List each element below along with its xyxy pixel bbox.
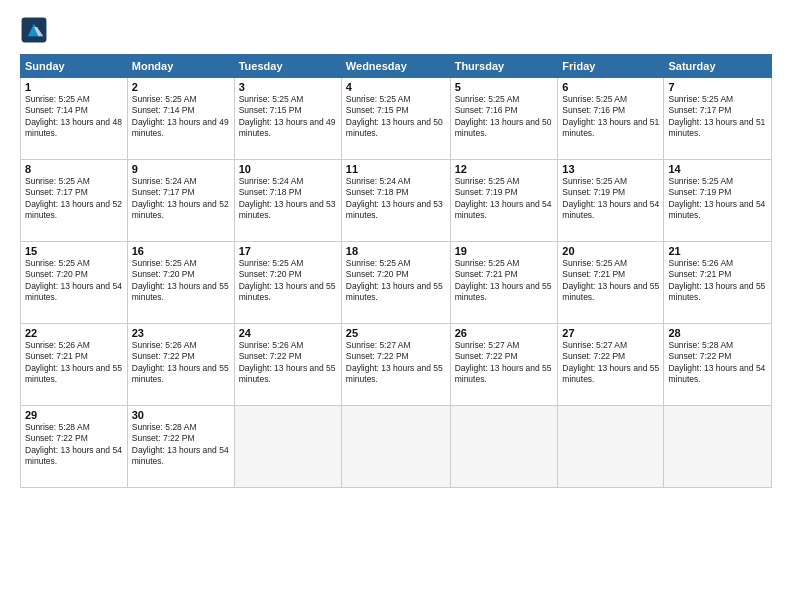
day-number: 26 (455, 327, 554, 339)
calendar-day-cell (341, 406, 450, 488)
day-number: 3 (239, 81, 337, 93)
day-detail: Sunrise: 5:25 AMSunset: 7:14 PMDaylight:… (25, 94, 123, 140)
logo (20, 16, 52, 44)
weekday-header-row: SundayMondayTuesdayWednesdayThursdayFrid… (21, 55, 772, 78)
day-detail: Sunrise: 5:26 AMSunset: 7:21 PMDaylight:… (25, 340, 123, 386)
logo-icon (20, 16, 48, 44)
day-number: 2 (132, 81, 230, 93)
calendar-day-cell: 26Sunrise: 5:27 AMSunset: 7:22 PMDayligh… (450, 324, 558, 406)
day-detail: Sunrise: 5:25 AMSunset: 7:14 PMDaylight:… (132, 94, 230, 140)
calendar-week-row: 15Sunrise: 5:25 AMSunset: 7:20 PMDayligh… (21, 242, 772, 324)
day-detail: Sunrise: 5:25 AMSunset: 7:17 PMDaylight:… (25, 176, 123, 222)
day-number: 27 (562, 327, 659, 339)
calendar-day-cell: 19Sunrise: 5:25 AMSunset: 7:21 PMDayligh… (450, 242, 558, 324)
day-number: 17 (239, 245, 337, 257)
calendar-day-cell: 12Sunrise: 5:25 AMSunset: 7:19 PMDayligh… (450, 160, 558, 242)
day-number: 14 (668, 163, 767, 175)
weekday-header: Sunday (21, 55, 128, 78)
day-detail: Sunrise: 5:24 AMSunset: 7:17 PMDaylight:… (132, 176, 230, 222)
calendar-table: SundayMondayTuesdayWednesdayThursdayFrid… (20, 54, 772, 488)
day-detail: Sunrise: 5:25 AMSunset: 7:19 PMDaylight:… (455, 176, 554, 222)
day-number: 30 (132, 409, 230, 421)
header (20, 16, 772, 44)
day-number: 20 (562, 245, 659, 257)
calendar-week-row: 22Sunrise: 5:26 AMSunset: 7:21 PMDayligh… (21, 324, 772, 406)
calendar-day-cell (664, 406, 772, 488)
day-detail: Sunrise: 5:26 AMSunset: 7:22 PMDaylight:… (132, 340, 230, 386)
weekday-header: Monday (127, 55, 234, 78)
day-number: 21 (668, 245, 767, 257)
calendar-day-cell: 9Sunrise: 5:24 AMSunset: 7:17 PMDaylight… (127, 160, 234, 242)
day-number: 12 (455, 163, 554, 175)
day-detail: Sunrise: 5:25 AMSunset: 7:20 PMDaylight:… (239, 258, 337, 304)
day-detail: Sunrise: 5:27 AMSunset: 7:22 PMDaylight:… (562, 340, 659, 386)
day-detail: Sunrise: 5:25 AMSunset: 7:20 PMDaylight:… (132, 258, 230, 304)
calendar-day-cell: 27Sunrise: 5:27 AMSunset: 7:22 PMDayligh… (558, 324, 664, 406)
weekday-header: Tuesday (234, 55, 341, 78)
day-detail: Sunrise: 5:28 AMSunset: 7:22 PMDaylight:… (25, 422, 123, 468)
page: SundayMondayTuesdayWednesdayThursdayFrid… (0, 0, 792, 612)
calendar-week-row: 8Sunrise: 5:25 AMSunset: 7:17 PMDaylight… (21, 160, 772, 242)
day-number: 6 (562, 81, 659, 93)
day-number: 1 (25, 81, 123, 93)
calendar-day-cell: 29Sunrise: 5:28 AMSunset: 7:22 PMDayligh… (21, 406, 128, 488)
day-number: 7 (668, 81, 767, 93)
day-detail: Sunrise: 5:28 AMSunset: 7:22 PMDaylight:… (668, 340, 767, 386)
day-detail: Sunrise: 5:28 AMSunset: 7:22 PMDaylight:… (132, 422, 230, 468)
calendar-day-cell (234, 406, 341, 488)
day-detail: Sunrise: 5:24 AMSunset: 7:18 PMDaylight:… (239, 176, 337, 222)
calendar-day-cell: 1Sunrise: 5:25 AMSunset: 7:14 PMDaylight… (21, 78, 128, 160)
day-detail: Sunrise: 5:27 AMSunset: 7:22 PMDaylight:… (346, 340, 446, 386)
day-number: 24 (239, 327, 337, 339)
calendar-day-cell: 4Sunrise: 5:25 AMSunset: 7:15 PMDaylight… (341, 78, 450, 160)
day-number: 25 (346, 327, 446, 339)
calendar-day-cell: 30Sunrise: 5:28 AMSunset: 7:22 PMDayligh… (127, 406, 234, 488)
calendar-day-cell: 3Sunrise: 5:25 AMSunset: 7:15 PMDaylight… (234, 78, 341, 160)
calendar-day-cell: 16Sunrise: 5:25 AMSunset: 7:20 PMDayligh… (127, 242, 234, 324)
day-number: 19 (455, 245, 554, 257)
day-number: 18 (346, 245, 446, 257)
day-detail: Sunrise: 5:25 AMSunset: 7:21 PMDaylight:… (562, 258, 659, 304)
day-detail: Sunrise: 5:25 AMSunset: 7:15 PMDaylight:… (346, 94, 446, 140)
day-number: 29 (25, 409, 123, 421)
day-detail: Sunrise: 5:25 AMSunset: 7:19 PMDaylight:… (562, 176, 659, 222)
calendar-day-cell: 25Sunrise: 5:27 AMSunset: 7:22 PMDayligh… (341, 324, 450, 406)
calendar-day-cell: 28Sunrise: 5:28 AMSunset: 7:22 PMDayligh… (664, 324, 772, 406)
day-number: 10 (239, 163, 337, 175)
calendar-day-cell: 22Sunrise: 5:26 AMSunset: 7:21 PMDayligh… (21, 324, 128, 406)
day-number: 23 (132, 327, 230, 339)
day-detail: Sunrise: 5:26 AMSunset: 7:22 PMDaylight:… (239, 340, 337, 386)
day-detail: Sunrise: 5:25 AMSunset: 7:21 PMDaylight:… (455, 258, 554, 304)
day-number: 22 (25, 327, 123, 339)
weekday-header: Wednesday (341, 55, 450, 78)
calendar-week-row: 29Sunrise: 5:28 AMSunset: 7:22 PMDayligh… (21, 406, 772, 488)
day-detail: Sunrise: 5:25 AMSunset: 7:19 PMDaylight:… (668, 176, 767, 222)
calendar-day-cell: 11Sunrise: 5:24 AMSunset: 7:18 PMDayligh… (341, 160, 450, 242)
calendar-day-cell: 20Sunrise: 5:25 AMSunset: 7:21 PMDayligh… (558, 242, 664, 324)
calendar-day-cell: 23Sunrise: 5:26 AMSunset: 7:22 PMDayligh… (127, 324, 234, 406)
calendar-day-cell: 5Sunrise: 5:25 AMSunset: 7:16 PMDaylight… (450, 78, 558, 160)
calendar-day-cell (558, 406, 664, 488)
day-number: 4 (346, 81, 446, 93)
calendar-day-cell: 24Sunrise: 5:26 AMSunset: 7:22 PMDayligh… (234, 324, 341, 406)
day-detail: Sunrise: 5:27 AMSunset: 7:22 PMDaylight:… (455, 340, 554, 386)
day-number: 8 (25, 163, 123, 175)
day-number: 11 (346, 163, 446, 175)
calendar-day-cell (450, 406, 558, 488)
day-number: 13 (562, 163, 659, 175)
calendar-day-cell: 21Sunrise: 5:26 AMSunset: 7:21 PMDayligh… (664, 242, 772, 324)
calendar-day-cell: 2Sunrise: 5:25 AMSunset: 7:14 PMDaylight… (127, 78, 234, 160)
day-detail: Sunrise: 5:25 AMSunset: 7:20 PMDaylight:… (346, 258, 446, 304)
day-detail: Sunrise: 5:26 AMSunset: 7:21 PMDaylight:… (668, 258, 767, 304)
weekday-header: Thursday (450, 55, 558, 78)
calendar-week-row: 1Sunrise: 5:25 AMSunset: 7:14 PMDaylight… (21, 78, 772, 160)
calendar-day-cell: 8Sunrise: 5:25 AMSunset: 7:17 PMDaylight… (21, 160, 128, 242)
day-number: 5 (455, 81, 554, 93)
day-number: 9 (132, 163, 230, 175)
weekday-header: Friday (558, 55, 664, 78)
day-detail: Sunrise: 5:25 AMSunset: 7:17 PMDaylight:… (668, 94, 767, 140)
day-detail: Sunrise: 5:25 AMSunset: 7:16 PMDaylight:… (455, 94, 554, 140)
day-number: 28 (668, 327, 767, 339)
day-detail: Sunrise: 5:24 AMSunset: 7:18 PMDaylight:… (346, 176, 446, 222)
day-detail: Sunrise: 5:25 AMSunset: 7:20 PMDaylight:… (25, 258, 123, 304)
